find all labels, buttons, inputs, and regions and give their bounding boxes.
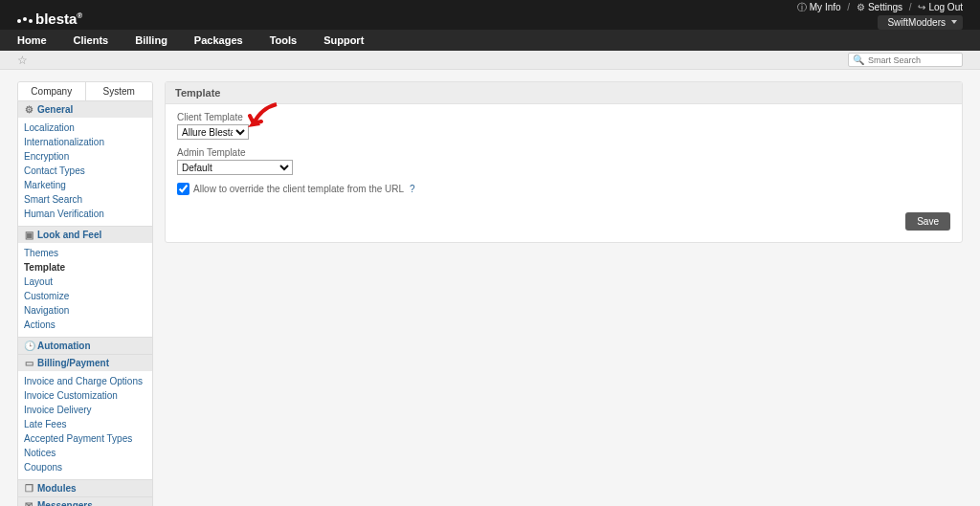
link-contact-types[interactable]: Contact Types: [24, 164, 146, 178]
client-template-label: Client Template: [177, 112, 950, 122]
image-icon: ▣: [24, 230, 33, 240]
logo[interactable]: blesta®: [17, 11, 82, 27]
clock-icon: 🕒: [24, 341, 33, 351]
panel-title: Template: [166, 82, 962, 104]
section-messengers[interactable]: ✉Messengers: [18, 496, 152, 506]
top-myinfo[interactable]: My Info: [810, 2, 841, 12]
nav-clients[interactable]: Clients: [74, 34, 109, 46]
save-button[interactable]: Save: [905, 212, 950, 231]
link-themes[interactable]: Themes: [24, 246, 146, 260]
link-notices[interactable]: Notices: [24, 446, 146, 460]
link-late-fees[interactable]: Late Fees: [24, 417, 146, 431]
smart-search[interactable]: 🔍: [848, 53, 963, 67]
puzzle-icon: ❒: [24, 483, 33, 494]
link-localization[interactable]: Localization: [24, 121, 146, 135]
nav-packages[interactable]: Packages: [194, 34, 243, 46]
section-billing-payment[interactable]: ▭Billing/Payment: [18, 354, 152, 371]
nav-tools[interactable]: Tools: [270, 34, 298, 46]
admin-template-select[interactable]: Default: [177, 160, 293, 175]
favorite-star-icon[interactable]: ☆: [17, 54, 28, 67]
nav-home[interactable]: Home: [17, 34, 47, 46]
info-icon: ⓘ: [797, 2, 807, 12]
link-layout[interactable]: Layout: [24, 275, 146, 289]
section-automation[interactable]: 🕒Automation: [18, 337, 152, 354]
chat-icon: ✉: [24, 500, 33, 506]
link-accepted-payment-types[interactable]: Accepted Payment Types: [24, 431, 146, 446]
nav-billing[interactable]: Billing: [135, 34, 167, 46]
caret-down-icon: [951, 20, 957, 24]
search-icon: 🔍: [849, 55, 868, 65]
override-checkbox[interactable]: [177, 183, 189, 195]
link-customize[interactable]: Customize: [24, 289, 146, 303]
link-invoice-customization[interactable]: Invoice Customization: [24, 388, 146, 403]
link-actions[interactable]: Actions: [24, 318, 146, 332]
link-internationalization[interactable]: Internationalization: [24, 135, 146, 149]
override-label: Allow to override the client template fr…: [193, 184, 404, 194]
section-general[interactable]: ⚙General: [18, 101, 152, 118]
top-settings[interactable]: Settings: [868, 2, 902, 12]
card-icon: ▭: [24, 358, 33, 368]
link-template[interactable]: Template: [24, 260, 146, 275]
section-modules[interactable]: ❒Modules: [18, 479, 152, 496]
tab-company[interactable]: Company: [18, 82, 85, 100]
search-input[interactable]: [868, 54, 954, 66]
link-smart-search[interactable]: Smart Search: [24, 192, 146, 207]
link-marketing[interactable]: Marketing: [24, 178, 146, 192]
section-look-and-feel[interactable]: ▣Look and Feel: [18, 226, 152, 243]
user-dropdown[interactable]: SwiftModders: [878, 15, 963, 30]
admin-template-label: Admin Template: [177, 147, 950, 158]
gear-icon: ⚙: [24, 104, 33, 115]
client-template-select[interactable]: Allure Blesta Theme: [177, 124, 249, 140]
help-icon[interactable]: ?: [410, 184, 415, 194]
tab-system[interactable]: System: [85, 82, 153, 100]
nav-support[interactable]: Support: [323, 34, 364, 46]
logout-icon: ↪: [918, 2, 925, 12]
link-encryption[interactable]: Encryption: [24, 149, 146, 164]
link-navigation[interactable]: Navigation: [24, 303, 146, 318]
link-invoice-charge-options[interactable]: Invoice and Charge Options: [24, 374, 146, 388]
gear-icon: ⚙: [857, 2, 865, 12]
link-human-verification[interactable]: Human Verification: [24, 207, 146, 221]
link-coupons[interactable]: Coupons: [24, 460, 146, 474]
main-nav: Home Clients Billing Packages Tools Supp…: [0, 30, 980, 51]
top-logout[interactable]: Log Out: [928, 2, 963, 12]
link-invoice-delivery[interactable]: Invoice Delivery: [24, 403, 146, 417]
